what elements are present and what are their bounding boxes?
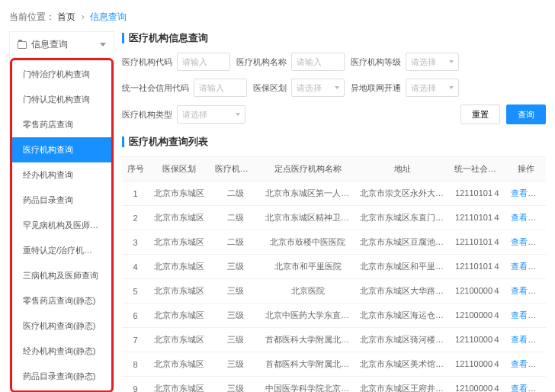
sidebar-item-11[interactable]: 经办机构查询(静态) — [12, 339, 111, 364]
sidebar-item-1[interactable]: 门特认定机构查询 — [12, 87, 111, 112]
view-detail-link[interactable]: 查看详情 — [511, 188, 544, 198]
sidebar-item-2[interactable]: 零售药店查询 — [12, 112, 111, 137]
table-row: 2北京市东城区二级北京市东城区精神卫生保…北京市东城区东直门外大…1211010… — [122, 206, 546, 230]
view-detail-link[interactable]: 查看详情 — [511, 262, 544, 271]
search-panel-title: 医疗机构信息查询 — [122, 31, 546, 45]
breadcrumb-home[interactable]: 首页 — [57, 11, 75, 22]
view-detail-link[interactable]: 查看详情 — [511, 237, 544, 246]
sidebar-item-5[interactable]: 药品目录查询 — [12, 188, 111, 213]
org-level-select[interactable]: 请选择 — [406, 53, 459, 71]
sidebar-item-9[interactable]: 零售药店查询(静态) — [12, 288, 111, 313]
breadcrumb-current: 信息查询 — [90, 11, 127, 22]
sidebar-item-3[interactable]: 医疗机构查询 — [12, 137, 111, 162]
table-row: 8北京市东城区三级首都医科大学附属北京中…北京市东城区美术馆后街2…121100… — [122, 352, 546, 377]
org-name-input[interactable] — [291, 53, 345, 71]
table-row: 4北京市东城区三级北京市和平里医院北京市东城区和平里北街1…12110101４查… — [122, 255, 546, 279]
breadcrumb-label: 当前位置： — [9, 11, 55, 22]
ins-area-select[interactable]: 请选择 — [291, 79, 345, 97]
results-table: 序号 医保区划 医疗机构等级 定点医疗机构名称 地址 统一社会信… 操作 1北京… — [122, 157, 546, 392]
org-type-select[interactable]: 请选择 — [177, 105, 245, 124]
org-code-input[interactable] — [177, 53, 230, 71]
table-row: 3北京市东城区二级北京市鼓楼中医医院北京市东城区豆腐池胡同1…12110101４… — [122, 230, 546, 255]
sidebar-item-10[interactable]: 医疗机构查询(静态) — [12, 313, 111, 339]
sidebar-item-4[interactable]: 经办机构查询 — [12, 162, 111, 188]
table-row: 7北京市东城区三级首都医科大学附属北京妇…北京市东城区骑河楼17号1211000… — [122, 328, 546, 352]
view-detail-link[interactable]: 查看详情 — [511, 359, 544, 368]
sidebar-header[interactable]: 信息查询 — [10, 32, 114, 58]
view-detail-link[interactable]: 查看详情 — [511, 384, 544, 392]
query-button[interactable]: 查询 — [506, 104, 546, 124]
table-row: 1北京市东城区二级北京市东城区第一人民医院北京市崇文区永外大街130…12110… — [122, 182, 546, 206]
table-row: 5北京市东城区三级北京医院北京市东城区大华路1号;北…12100000４查看详情 — [122, 279, 546, 304]
view-detail-link[interactable]: 查看详情 — [511, 310, 544, 320]
view-detail-link[interactable]: 查看详情 — [511, 335, 544, 344]
highlighted-menu: 门特治疗机构查询门特认定机构查询零售药店查询医疗机构查询经办机构查询药品目录查询… — [10, 58, 114, 392]
sidebar-item-0[interactable]: 门特治疗机构查询 — [12, 62, 111, 87]
view-detail-link[interactable]: 查看详情 — [511, 213, 544, 222]
sidebar: 信息查询 门特治疗机构查询门特认定机构查询零售药店查询医疗机构查询经办机构查询药… — [9, 31, 114, 392]
breadcrumb: 当前位置： 首页 › 信息查询 — [9, 6, 546, 31]
sidebar-item-6[interactable]: 罕见病机构及医师查询 — [12, 213, 111, 238]
sidebar-item-8[interactable]: 三病机构及医师查询 — [12, 263, 111, 288]
folder-icon — [18, 41, 27, 49]
view-detail-link[interactable]: 查看详情 — [511, 286, 544, 295]
reset-button[interactable]: 重置 — [460, 104, 500, 124]
table-row: 6北京市东城区三级北京中医药大学东直门医…北京市东城区海运仓5号;…121000… — [122, 304, 546, 328]
credit-code-input[interactable] — [194, 79, 247, 97]
sidebar-item-12[interactable]: 药品目录查询(静态) — [12, 364, 111, 389]
table-panel-title: 医疗机构查询列表 — [122, 135, 546, 149]
sidebar-item-7[interactable]: 重特认定/治疗机构及医师查询 — [12, 238, 111, 263]
remote-open-select[interactable]: 请选择 — [406, 79, 459, 97]
table-row: 9北京市东城区三级中国医学科学院北京协和…北京市东城区王府井帅府…1210000… — [122, 377, 546, 393]
chevron-down-icon — [100, 43, 106, 47]
